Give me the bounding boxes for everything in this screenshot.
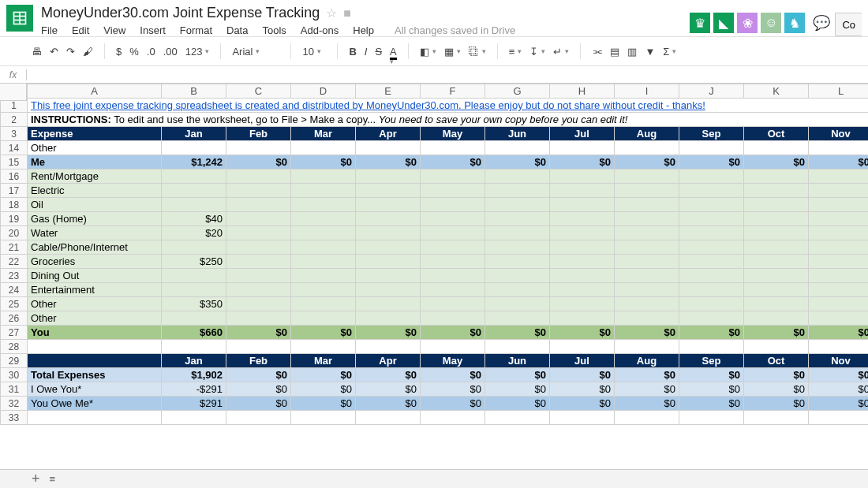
collab-avatar-5[interactable]: ♞ bbox=[784, 13, 805, 33]
cell[interactable] bbox=[226, 283, 291, 297]
cell[interactable] bbox=[809, 269, 869, 283]
cell[interactable] bbox=[356, 198, 421, 212]
cell[interactable] bbox=[550, 198, 615, 212]
cell[interactable] bbox=[744, 240, 809, 255]
cell[interactable] bbox=[485, 340, 550, 354]
expense-label[interactable]: Other bbox=[28, 311, 162, 326]
summary-label[interactable] bbox=[28, 411, 162, 425]
spreadsheet-grid[interactable]: ABCDEFGHIJKL 1This free joint expense tr… bbox=[0, 84, 868, 425]
cell[interactable] bbox=[485, 184, 550, 198]
cell[interactable]: $0 bbox=[421, 368, 485, 382]
cell[interactable] bbox=[679, 411, 744, 425]
expense-label[interactable]: Oil bbox=[28, 198, 162, 212]
font-family-dropdown[interactable]: Arial bbox=[232, 46, 279, 58]
row-header-21[interactable]: 21 bbox=[1, 240, 28, 255]
cell[interactable]: $0 bbox=[615, 397, 679, 411]
cell[interactable] bbox=[615, 141, 679, 155]
dec-decrease-button[interactable]: .0 bbox=[147, 46, 155, 58]
row-header-17[interactable]: 17 bbox=[1, 184, 28, 198]
month-header[interactable]: Jun bbox=[485, 354, 550, 368]
cell[interactable] bbox=[809, 212, 869, 226]
cell[interactable] bbox=[485, 169, 550, 184]
cell[interactable] bbox=[226, 198, 291, 212]
summary-label[interactable]: I Owe You* bbox=[28, 382, 162, 397]
expense-label[interactable]: Electric bbox=[28, 184, 162, 198]
cell[interactable]: $0 bbox=[550, 155, 615, 169]
cell[interactable] bbox=[485, 226, 550, 240]
menu-file[interactable]: File bbox=[41, 24, 58, 36]
row-header-29[interactable]: 29 bbox=[1, 354, 28, 368]
cell[interactable]: $0 bbox=[485, 368, 550, 382]
cell[interactable]: $0 bbox=[744, 368, 809, 382]
month-header[interactable]: Aug bbox=[615, 354, 679, 368]
cell[interactable] bbox=[679, 184, 744, 198]
cell[interactable]: $0 bbox=[226, 382, 291, 397]
cell[interactable] bbox=[226, 184, 291, 198]
cell[interactable] bbox=[744, 169, 809, 184]
cell[interactable]: $0 bbox=[421, 382, 485, 397]
col-expense-header[interactable]: Expense bbox=[28, 127, 162, 141]
expense-label[interactable]: Dining Out bbox=[28, 269, 162, 283]
cell[interactable] bbox=[679, 297, 744, 311]
cell[interactable] bbox=[485, 269, 550, 283]
month-header[interactable]: Feb bbox=[226, 127, 291, 141]
cell[interactable]: $0 bbox=[809, 382, 869, 397]
cell[interactable]: $0 bbox=[809, 397, 869, 411]
insert-comment-icon[interactable]: ▤ bbox=[610, 46, 619, 58]
cell[interactable] bbox=[615, 169, 679, 184]
expense-label[interactable]: Me bbox=[28, 155, 162, 169]
col-header-B[interactable]: B bbox=[162, 84, 226, 99]
expense-label[interactable]: Cable/Phone/Internet bbox=[28, 240, 162, 255]
currency-button[interactable]: $ bbox=[116, 46, 122, 58]
borders-button[interactable]: ▦ bbox=[444, 46, 461, 58]
cell[interactable] bbox=[162, 141, 226, 155]
col-header-I[interactable]: I bbox=[615, 84, 679, 99]
row-header-31[interactable]: 31 bbox=[1, 382, 28, 397]
month-header[interactable]: Jan bbox=[162, 354, 226, 368]
cell[interactable] bbox=[809, 198, 869, 212]
col-header-K[interactable]: K bbox=[744, 84, 809, 99]
cell[interactable] bbox=[809, 255, 869, 269]
cell[interactable] bbox=[356, 212, 421, 226]
cell[interactable] bbox=[421, 226, 485, 240]
cell[interactable] bbox=[485, 198, 550, 212]
cell[interactable] bbox=[744, 283, 809, 297]
cell[interactable] bbox=[291, 141, 356, 155]
cell[interactable] bbox=[485, 411, 550, 425]
cell[interactable] bbox=[356, 411, 421, 425]
cell[interactable] bbox=[291, 297, 356, 311]
cell[interactable] bbox=[615, 184, 679, 198]
month-header[interactable]: Apr bbox=[356, 127, 421, 141]
sheets-logo[interactable] bbox=[6, 5, 33, 32]
cell[interactable]: $660 bbox=[162, 326, 226, 340]
cell[interactable] bbox=[421, 198, 485, 212]
cell[interactable] bbox=[162, 311, 226, 326]
cell[interactable]: $20 bbox=[162, 226, 226, 240]
cell[interactable] bbox=[356, 255, 421, 269]
cell[interactable] bbox=[679, 212, 744, 226]
cell[interactable]: $0 bbox=[744, 326, 809, 340]
filter-icon[interactable]: ▼ bbox=[645, 46, 655, 58]
row-header-27[interactable]: 27 bbox=[1, 326, 28, 340]
expense-label[interactable]: You bbox=[28, 326, 162, 340]
cell[interactable]: $350 bbox=[162, 297, 226, 311]
cell[interactable] bbox=[421, 255, 485, 269]
fill-color-button[interactable]: ◧ bbox=[420, 46, 436, 58]
comments-button[interactable]: Co bbox=[835, 13, 862, 36]
expense-label[interactable]: Rent/Mortgage bbox=[28, 169, 162, 184]
cell[interactable] bbox=[615, 340, 679, 354]
cell[interactable]: $250 bbox=[162, 255, 226, 269]
cell[interactable] bbox=[226, 212, 291, 226]
insert-link-icon[interactable]: ⫘ bbox=[592, 46, 602, 58]
menu-edit[interactable]: Edit bbox=[72, 24, 89, 36]
month-header[interactable]: Feb bbox=[226, 354, 291, 368]
merge-cells-button[interactable]: ⿻ bbox=[469, 46, 486, 58]
cell[interactable] bbox=[809, 169, 869, 184]
cell[interactable]: $0 bbox=[744, 397, 809, 411]
cell[interactable] bbox=[550, 226, 615, 240]
menu-format[interactable]: Format bbox=[180, 24, 212, 36]
cell[interactable] bbox=[291, 411, 356, 425]
cell[interactable] bbox=[485, 212, 550, 226]
cell[interactable] bbox=[356, 226, 421, 240]
month-header[interactable]: Oct bbox=[744, 127, 809, 141]
